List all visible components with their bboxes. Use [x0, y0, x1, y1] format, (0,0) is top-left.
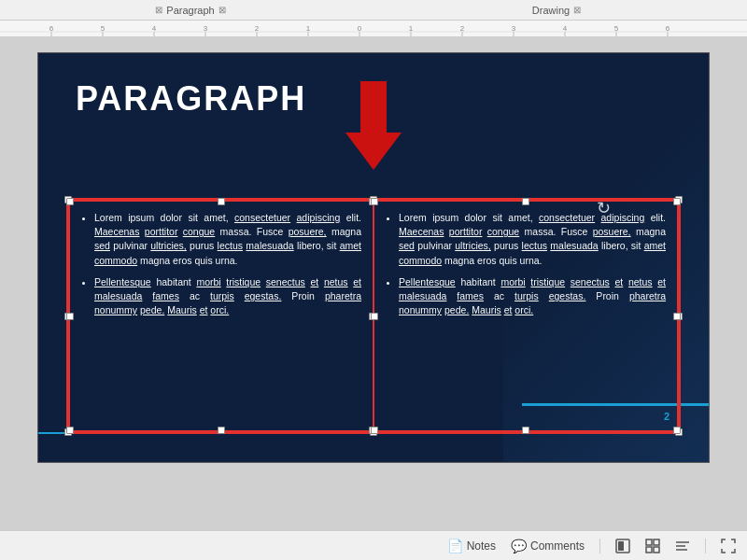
notes-button[interactable]: 📄 Notes	[447, 539, 496, 553]
right-handle-ml[interactable]	[371, 313, 378, 320]
svg-rect-0	[0, 21, 747, 37]
right-handle-mr[interactable]	[673, 313, 681, 320]
svg-text:1: 1	[306, 24, 311, 33]
svg-text:2: 2	[460, 24, 465, 33]
right-handle-tl[interactable]	[371, 198, 378, 205]
comments-icon: 💬	[511, 539, 527, 553]
fit-screen-icon	[721, 539, 736, 553]
slide-title: PARAGRAPH	[76, 79, 306, 119]
grid-view-icon	[645, 539, 660, 553]
right-item-2: Pellentesque habitant morbi tristique se…	[399, 275, 666, 318]
left-handle-tm[interactable]	[218, 198, 225, 205]
left-handle-bm[interactable]	[218, 427, 225, 434]
ruler: 6 5 4 3 2 1 0 1 2 3 4 5 6	[0, 21, 747, 37]
drawing-section: Drawing ⊠	[374, 5, 740, 16]
svg-text:2: 2	[255, 24, 260, 33]
right-handle-tr[interactable]	[673, 198, 681, 205]
left-text-box[interactable]: Lorem ipsum dolor sit amet, consectetuer…	[68, 200, 374, 432]
svg-rect-31	[654, 539, 659, 545]
status-bar: 📄 Notes 💬 Comments	[0, 530, 747, 560]
right-list: Lorem ipsum dolor sit amet, consectetuer…	[386, 211, 666, 318]
right-item-1: Lorem ipsum dolor sit amet, consectetuer…	[399, 211, 666, 268]
outline-view-icon	[675, 539, 690, 553]
divider-1	[599, 539, 600, 553]
paragraph-label: Paragraph	[166, 5, 214, 16]
svg-text:6: 6	[49, 24, 54, 33]
svg-text:3: 3	[512, 24, 516, 33]
svg-rect-29	[618, 541, 624, 551]
svg-rect-33	[654, 547, 659, 553]
ruler-svg: 6 5 4 3 2 1 0 1 2 3 4 5 6	[0, 21, 747, 37]
content-boxes: Lorem ipsum dolor sit amet, consectetuer…	[68, 200, 679, 432]
normal-view-button[interactable]	[615, 539, 630, 553]
right-handle-bm[interactable]	[522, 427, 529, 434]
svg-text:5: 5	[101, 24, 106, 33]
top-toolbar: ⊠ Paragraph ⊠ Drawing ⊠	[0, 0, 747, 21]
grid-view-button[interactable]	[645, 539, 660, 553]
left-handle-bl[interactable]	[66, 427, 74, 434]
fit-screen-button[interactable]	[721, 539, 736, 553]
divider-2	[705, 539, 706, 553]
right-text-box[interactable]: Lorem ipsum dolor sit amet, consectetuer…	[374, 200, 679, 432]
svg-text:6: 6	[666, 24, 670, 33]
main-content: PARAGRAPH ↻	[0, 37, 747, 530]
svg-text:4: 4	[152, 24, 157, 33]
svg-text:5: 5	[614, 24, 619, 33]
drawing-label: Drawing	[532, 5, 570, 16]
svg-rect-32	[646, 547, 652, 553]
notes-label: Notes	[467, 539, 496, 553]
right-handle-tm[interactable]	[522, 198, 529, 205]
drawing-collapse-icon[interactable]: ⊠	[573, 5, 581, 15]
svg-text:1: 1	[409, 24, 414, 33]
left-handle-tl[interactable]	[66, 198, 74, 205]
normal-view-icon	[615, 539, 630, 553]
arrow-body	[360, 81, 387, 133]
comments-button[interactable]: 💬 Comments	[511, 539, 585, 553]
page-number: 2	[664, 410, 669, 425]
comments-label: Comments	[530, 539, 585, 553]
svg-rect-30	[646, 539, 652, 545]
slide[interactable]: PARAGRAPH ↻	[37, 52, 710, 463]
left-handle-ml[interactable]	[66, 313, 74, 320]
content-boxes-wrapper: Lorem ipsum dolor sit amet, consectetuer…	[66, 198, 681, 434]
svg-text:0: 0	[358, 24, 362, 33]
left-item-2: Pellentesque habitant morbi tristique se…	[94, 275, 361, 318]
paragraph-section: ⊠ Paragraph ⊠	[7, 5, 374, 16]
svg-text:4: 4	[563, 24, 568, 33]
outline-view-button[interactable]	[675, 539, 690, 553]
left-item-1: Lorem ipsum dolor sit amet, consectetuer…	[94, 211, 361, 268]
right-handle-bl[interactable]	[371, 427, 378, 434]
arrow-head	[345, 133, 402, 170]
notes-icon: 📄	[447, 539, 463, 553]
collapse-left-icon[interactable]: ⊠	[155, 5, 162, 15]
collapse-right-icon[interactable]: ⊠	[218, 5, 226, 15]
red-arrow	[345, 81, 402, 170]
right-handle-br[interactable]	[673, 427, 681, 434]
svg-text:3: 3	[204, 24, 208, 33]
left-list: Lorem ipsum dolor sit amet, consectetuer…	[81, 211, 361, 318]
